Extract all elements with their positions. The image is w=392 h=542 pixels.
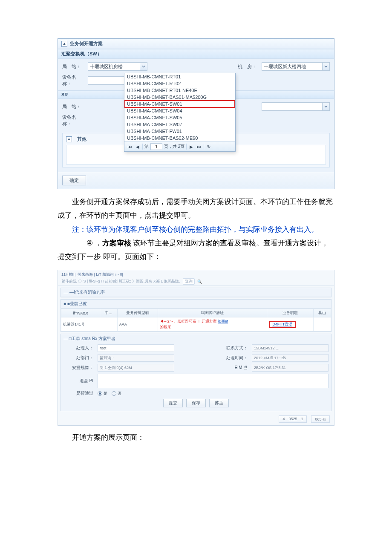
radio-no-label: 否 [118,391,121,396]
s2-panel-form-title: — □工单-stma-Rx 方案甲者 [63,334,329,344]
s2-panel-query: ——I信来有消喻丸宇 [61,288,331,297]
dropdown-option[interactable]: UBSHI-MB-CMNET-RT02 [124,80,235,87]
dialog-footer: 确定 [58,172,334,189]
note-text: 该环节为体现客户侧至核心侧的完整路由拓扑，与实际业务接入有出入。 [86,225,318,234]
table-header: if^WAttJt [61,309,100,317]
annotation-text-a: 2〜、点哲即巧卷 III 开通方案 [167,319,217,323]
device-dropdown[interactable]: UBSHI-MB-CMNET-RT01UBSHI-MB-CMNET-RT02UB… [124,73,236,152]
pager-suffix: 页，共 2页 [164,144,184,150]
table-header: 中… [100,309,117,317]
cell-c5: D4FHT喜涩 [267,317,314,332]
chevron-down-icon[interactable] [322,63,329,70]
table-header: 业务明啦 [267,309,314,317]
screenshot-1: ▲ 业务侧开通方案 汇聚交换机（SW） 局 站： 十堰城区机房楼 机 房： 十堰… [58,38,334,189]
dropdown-option[interactable]: UBSHI-MB-CMNET-BAS02-ME60 [124,135,235,141]
s2-footer: 4 0525 1 065 ◎ [58,414,334,425]
collapse-toggle-icon[interactable]: ▲ [61,41,67,47]
search-icon[interactable]: 🔍 [197,280,202,284]
pager-first-icon[interactable]: ⏮ [127,144,133,150]
dropdown-option[interactable]: UBSHI-MA-CMNET-SW01 [124,100,235,108]
table-row[interactable]: 机港器141号 AAA ◀─ 2〜、点哲即巧卷 III 开通方案 iBillie… [61,317,331,332]
cell-c3: AAA [117,317,158,332]
input-person[interactable]: root [98,344,174,352]
cell-c1: 机港器141号 [61,317,100,332]
s2-table: if^WAttJt中…业务传辩型轴喝浏闻IP涉址业务明啦县山 机港器141号 A… [61,308,331,332]
dropdown-option[interactable]: UBSHI-MA-CMNET-FW01 [124,128,235,135]
select-room-value: 十堰城区新大楼四地 [264,63,306,70]
label-device-sr: 设备名称： [62,114,84,127]
select-room[interactable]: 十堰城区新大楼四地 [262,62,330,71]
radio-yes-label: 是 [104,391,107,396]
radio-icon [98,391,102,396]
caption-2: 开通方案的展示页面： [58,431,334,444]
lab-pass: 是荷通过 [63,390,93,396]
confirm-button[interactable]: 确定 [62,176,86,185]
pager-prefix: 第 [144,144,149,150]
lab-dept: 处部门： [63,355,93,361]
pager-next-icon[interactable]: ▶ [188,144,194,150]
radio-no[interactable]: 否 [112,391,121,396]
dropdown-option[interactable]: UBSHI-MA-CMNET-SW05 [124,114,235,121]
step-number: ④ [72,236,93,250]
field-contact: 15BM14912 … [252,344,329,352]
lab-limit: 安提规豫： [63,365,93,371]
para-1: 业务侧开通方案保存成功后，需要手动关闭方案设计页面。本环节的工作任务就完成了，在… [58,195,334,223]
label-device: 设备名称： [62,74,84,87]
table-header: 业务传辩型轴 [117,309,158,317]
step-title: ．方案审核 [95,239,131,247]
note-label: 注： [72,225,86,234]
cell-c4: ◀─ 2〜、点哲即巧卷 III 开通方案 iBilliet 的输采 [158,317,267,332]
label-station: 局 站： [62,63,84,70]
lab-eim: EIM 岂 [218,365,248,371]
label-room: 机 房： [238,63,258,70]
misc-button[interactable]: 苏垂 [209,399,229,407]
field-dept: 苗武讷： [98,354,174,362]
table-header: 喝浏闻IP涉址 [158,309,267,317]
pager-prev-icon[interactable]: ◀ [135,144,141,150]
s2-topbar: 11H帅II | 援来尚海 | LiT 却域词 ii - 0| 贺斗前观 〇li… [58,270,334,286]
body-text: 业务侧开通方案保存成功后，需要手动关闭方案设计页面。本环节的工作任务就完成了，在… [58,195,334,264]
pager-page-input[interactable] [150,143,162,150]
section-header-sw: 汇聚交换机（SW） [58,49,334,59]
annotation-arrow-icon: ◀─ [160,319,167,323]
cell-c6 [314,317,331,332]
s2-breadcrumb: 11H帅II | 援来尚海 | LiT 却域词 ii - 0| [61,272,331,277]
pager-refresh-icon[interactable]: ↻ [206,144,212,150]
footer-page-right[interactable]: 065 ◎ [311,415,330,423]
submit-button[interactable]: 提交 [163,399,183,407]
dropdown-option[interactable]: UBSHI-MB-CMNET-BAS01-MA5200G [124,94,235,101]
pager-last-icon[interactable]: ⏭ [196,144,202,150]
select-sr[interactable] [262,102,330,111]
radio-yes[interactable]: 是 [98,391,107,396]
s2-panel-form: — □工单-stma-Rx 方案甲者 处理人： root 联系方式： 15BM1… [61,334,331,411]
combo-station-value: 十堰城区机房楼 [90,63,123,70]
dropdown-option[interactable]: UBSHI-MA-CMNET-SW07 [124,121,235,128]
collapse-toggle-icon[interactable]: ▲ [66,136,72,142]
field-eim: 2B2*K-OS 17*5:31 [252,364,329,372]
field-limit: 羽 1:仝剑.0(4):62M [98,364,174,372]
s2-actions: 提交 保存 苏垂 [63,396,329,408]
s2-panel-list: ■ ■业能已擦 if^WAttJt中…业务传辩型轴喝浏闻IP涉址业务明啦县山 机… [61,299,331,332]
s2-panel-list-title: ■ ■业能已擦 [63,301,87,307]
dropdown-option[interactable]: UBSHI-MA-CMNET-SW04 [124,107,235,114]
textarea-pi[interactable] [98,374,329,388]
chevron-down-icon[interactable] [140,63,147,70]
panel-title: 业务侧开通方案 [70,40,103,47]
radio-icon [112,391,116,396]
annotation-link-frag[interactable]: iBilliet [218,319,228,323]
field-time: 2012-»M-fll 17:::d5 [252,354,329,362]
screenshot-2: 11H帅II | 援来尚海 | LiT 却域词 ii - 0| 贺斗前观 〇li… [58,270,334,426]
label-station-sr: 局 站： [62,104,84,110]
search-button[interactable]: 查询 [183,278,195,285]
dropdown-option[interactable]: UBSHI-MB-CMNET-RT01 [124,73,235,80]
combo-station[interactable]: 十堰城区机房楼 [88,62,147,71]
lab-pi: 退盘 PI [63,378,93,384]
save-button[interactable]: 保存 [186,399,206,407]
chevron-down-icon[interactable] [322,103,329,110]
cell-c2 [100,317,117,332]
s2-panel-query-title: —I信来有消喻丸宇 [69,289,105,295]
dropdown-option[interactable]: UBSHI-MB-CMNET-RT01-NE40E [124,87,235,94]
detail-link[interactable]: D4FHT喜涩 [269,321,296,328]
footer-page-left[interactable]: 4 0525 1 [279,415,307,423]
annotation-text-b: 的输采 [160,325,171,329]
